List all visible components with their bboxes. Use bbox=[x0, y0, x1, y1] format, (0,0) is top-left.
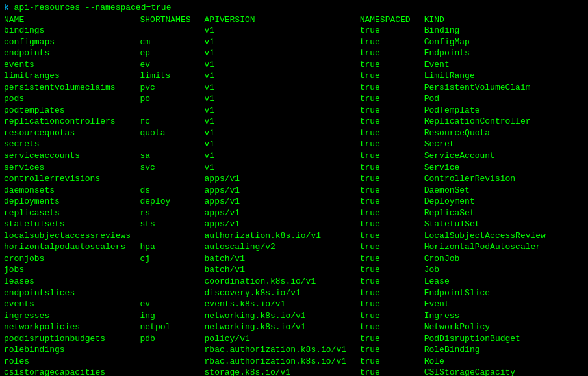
table-cell: true bbox=[360, 367, 424, 376]
table-cell: ServiceAccount bbox=[424, 150, 584, 162]
table-cell: true bbox=[360, 333, 424, 345]
table-cell: v1 bbox=[205, 116, 360, 128]
table-cell: true bbox=[360, 219, 424, 230]
table-cell: ResourceQuota bbox=[424, 128, 584, 139]
table-cell: Event bbox=[424, 59, 584, 71]
table-cell: true bbox=[360, 356, 424, 368]
table-row: limitrangeslimitsv1trueLimitRange bbox=[4, 70, 584, 82]
table-cell: HorizontalPodAutoscaler bbox=[424, 241, 584, 253]
table-cell: pods bbox=[4, 93, 140, 105]
table-cell: csistoragecapacities bbox=[4, 367, 140, 376]
header-apiversion: APIVERSION bbox=[205, 15, 360, 25]
table-cell bbox=[140, 25, 205, 36]
table-cell: cm bbox=[140, 36, 205, 48]
table-cell: Endpoints bbox=[424, 47, 584, 59]
table-cell: batch/v1 bbox=[205, 253, 360, 265]
table-cell: autoscaling/v2 bbox=[205, 241, 360, 253]
table-cell: pdb bbox=[140, 333, 205, 345]
table-row: rolesrbac.authorization.k8s.io/v1trueRol… bbox=[4, 356, 584, 368]
prompt-icon: k api-resources --namespaced=true bbox=[4, 3, 171, 12]
table-row: replicationcontrollersrcv1trueReplicatio… bbox=[4, 116, 584, 128]
table-cell: true bbox=[360, 310, 424, 322]
table-cell: Lease bbox=[424, 276, 584, 288]
table-cell: ds bbox=[140, 185, 205, 196]
table-cell: true bbox=[360, 25, 424, 36]
table-cell: v1 bbox=[205, 82, 360, 94]
table-cell: sts bbox=[140, 219, 205, 230]
table-cell: resourcequotas bbox=[4, 128, 140, 139]
table-cell: Binding bbox=[424, 25, 584, 36]
table-cell: localsubjectaccessreviews bbox=[4, 230, 140, 242]
header-shortnames: SHORTNAMES bbox=[140, 15, 205, 25]
table-row: persistentvolumeclaimspvcv1truePersisten… bbox=[4, 82, 584, 94]
table-cell: persistentvolumeclaims bbox=[4, 82, 140, 94]
table-cell: apps/v1 bbox=[205, 219, 360, 230]
table-cell: true bbox=[360, 185, 424, 196]
table-cell: PodDisruptionBudget bbox=[424, 333, 584, 345]
table-cell bbox=[140, 276, 205, 288]
table-cell: true bbox=[360, 105, 424, 116]
table-cell: replicasets bbox=[4, 208, 140, 219]
table-cell: Job bbox=[424, 264, 584, 276]
command-line: k api-resources --namespaced=true bbox=[4, 3, 584, 12]
table-cell: networking.k8s.io/v1 bbox=[205, 310, 360, 322]
table-cell: true bbox=[360, 128, 424, 139]
table-cell: v1 bbox=[205, 139, 360, 150]
table-cell: true bbox=[360, 288, 424, 299]
table-row: serviceaccountssav1trueServiceAccount bbox=[4, 150, 584, 162]
table-row: daemonsetsdsapps/v1trueDaemonSet bbox=[4, 185, 584, 196]
table-header-row: NAME SHORTNAMES APIVERSION NAMESPACED KI… bbox=[4, 15, 584, 25]
table-row: bindingsv1trueBinding bbox=[4, 25, 584, 36]
table-cell: apps/v1 bbox=[205, 173, 360, 185]
table-cell: v1 bbox=[205, 59, 360, 71]
table-cell: pvc bbox=[140, 82, 205, 94]
table-cell: rbac.authorization.k8s.io/v1 bbox=[205, 344, 360, 356]
table-row: cronjobscjbatch/v1trueCronJob bbox=[4, 253, 584, 265]
table-cell: EndpointSlice bbox=[424, 288, 584, 299]
table-cell: true bbox=[360, 70, 424, 82]
table-cell: PersistentVolumeClaim bbox=[424, 82, 584, 94]
table-cell: Ingress bbox=[424, 310, 584, 322]
table-cell bbox=[140, 139, 205, 150]
table-cell: true bbox=[360, 173, 424, 185]
table-cell: svc bbox=[140, 162, 205, 174]
table-cell: ControllerRevision bbox=[424, 173, 584, 185]
table-cell: replicationcontrollers bbox=[4, 116, 140, 128]
table-cell: authorization.k8s.io/v1 bbox=[205, 230, 360, 242]
table-row: configmapscmv1trueConfigMap bbox=[4, 36, 584, 48]
table-row: resourcequotasquotav1trueResourceQuota bbox=[4, 128, 584, 139]
table-row: endpointsepv1trueEndpoints bbox=[4, 47, 584, 59]
table-cell: v1 bbox=[205, 105, 360, 116]
table-cell: PodTemplate bbox=[424, 105, 584, 116]
table-row: podtemplatesv1truePodTemplate bbox=[4, 105, 584, 116]
table-cell: v1 bbox=[205, 25, 360, 36]
table-cell bbox=[140, 230, 205, 242]
table-cell: NetworkPolicy bbox=[424, 321, 584, 333]
table-cell: ev bbox=[140, 299, 205, 310]
table-cell: controllerrevisions bbox=[4, 173, 140, 185]
table-cell: RoleBinding bbox=[424, 344, 584, 356]
table-cell: true bbox=[360, 264, 424, 276]
table-cell: v1 bbox=[205, 36, 360, 48]
table-cell: deployments bbox=[4, 196, 140, 208]
terminal-window: k api-resources --namespaced=true NAME S… bbox=[4, 3, 584, 376]
table-cell: LimitRange bbox=[424, 70, 584, 82]
table-cell: true bbox=[360, 321, 424, 333]
api-resources-table: NAME SHORTNAMES APIVERSION NAMESPACED KI… bbox=[4, 15, 584, 376]
table-cell: ingresses bbox=[4, 310, 140, 322]
table-cell: v1 bbox=[205, 128, 360, 139]
table-cell: poddisruptionbudgets bbox=[4, 333, 140, 345]
table-cell: podtemplates bbox=[4, 105, 140, 116]
table-cell: ReplicaSet bbox=[424, 208, 584, 219]
table-cell: bindings bbox=[4, 25, 140, 36]
table-cell bbox=[140, 367, 205, 376]
header-namespaced: NAMESPACED bbox=[360, 15, 424, 25]
table-row: networkpoliciesnetpolnetworking.k8s.io/v… bbox=[4, 321, 584, 333]
table-cell: true bbox=[360, 299, 424, 310]
table-cell: rs bbox=[140, 208, 205, 219]
table-cell: events bbox=[4, 299, 140, 310]
header-name: NAME bbox=[4, 15, 140, 25]
table-cell: ConfigMap bbox=[424, 36, 584, 48]
table-cell: Service bbox=[424, 162, 584, 174]
table-cell: secrets bbox=[4, 139, 140, 150]
